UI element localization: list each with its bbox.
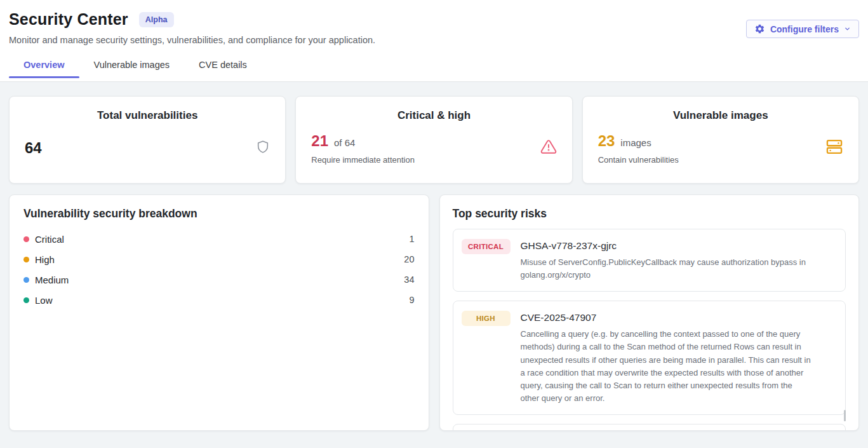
card-body: 23 images Contain vulnerabilities [598,125,843,172]
legend-row-medium: Medium 34 [23,269,415,290]
risk-body: GHSA-v778-237x-gjrc Misuse of ServerConf… [521,239,819,282]
critical-high-suffix: of 64 [334,137,355,148]
card-body: 64 [25,125,270,172]
legend-count: 1 [409,234,414,244]
risk-list: CRITICAL GHSA-v778-237x-gjrc Misuse of S… [453,229,846,431]
critical-high-subtext: Require immediate attention [311,155,415,165]
alpha-badge: Alpha [139,12,174,27]
legend-count: 9 [409,295,414,305]
page-subtitle: Monitor and manage security settings, vu… [9,35,859,45]
legend-row-high: High 20 [23,249,415,269]
panels-row: Vulnerability security breakdown Critica… [9,194,859,431]
risk-item[interactable]: HIGH CVE-2025-9086 [453,424,846,431]
card-title: Total vulnerabilities [25,109,270,122]
title-row: Security Center Alpha [9,10,859,29]
top-security-risks-panel: Top security risks CRITICAL GHSA-v778-23… [439,194,860,431]
vulnerable-images-subtext: Contain vulnerabilities [598,155,679,165]
card-title: Vulnerable images [598,109,843,122]
breakdown-legend: Critical 1 High 20 Medium 34 Low 9 [23,229,415,310]
risk-item[interactable]: HIGH CVE-2025-47907 Cancelling a query (… [453,301,846,415]
legend-count: 34 [404,275,414,285]
gear-icon [754,24,765,34]
severity-badge: CRITICAL [462,239,511,254]
shield-icon [256,139,270,157]
legend-label: Medium [35,275,69,285]
scrollbar-thumb[interactable] [844,410,846,421]
legend-count: 20 [404,254,414,264]
total-vulnerabilities-card: Total vulnerabilities 64 [9,96,286,184]
main-content: Total vulnerabilities 64 Critical & high… [0,82,868,448]
chevron-down-icon [844,25,851,32]
tab-cve-details[interactable]: CVE details [184,55,262,78]
high-dot [23,257,29,262]
server-icon [825,138,843,158]
vulnerability-breakdown-panel: Vulnerability security breakdown Critica… [9,194,429,431]
critical-high-value: 21 [311,132,328,150]
risk-item[interactable]: CRITICAL GHSA-v778-237x-gjrc Misuse of S… [453,229,846,292]
legend-label: Critical [35,234,64,245]
risk-id: GHSA-v778-237x-gjrc [521,240,813,252]
low-dot [23,297,29,303]
legend-row-low: Low 9 [23,290,415,310]
risk-description: Cancelling a query (e.g. by cancelling t… [521,328,813,405]
alert-triangle-icon [540,139,557,158]
stats-row: Total vulnerabilities 64 Critical & high… [9,96,859,184]
risk-description: Misuse of ServerConfig.PublicKeyCallback… [521,256,813,282]
legend-label: Low [35,295,53,306]
tab-overview[interactable]: Overview [9,55,79,78]
risk-id: CVE-2025-47907 [521,312,813,323]
risks-title: Top security risks [453,207,846,221]
tab-vulnerable-images[interactable]: Vulnerable images [79,55,185,78]
medium-dot [23,277,29,283]
configure-filters-label: Configure filters [770,24,839,34]
total-vulnerabilities-value: 64 [25,139,42,157]
breakdown-title: Vulnerability security breakdown [23,207,415,221]
legend-label: High [35,254,55,265]
card-body: 21 of 64 Require immediate attention [311,125,556,172]
critical-dot [23,236,29,242]
page-header: Security Center Alpha Configure filters … [0,0,868,82]
risk-body: CVE-2025-47907 Cancelling a query (e.g. … [521,311,819,405]
vulnerable-images-value: 23 [598,132,615,150]
card-title: Critical & high [311,109,556,122]
tab-bar: Overview Vulnerable images CVE details [9,55,859,78]
page-title: Security Center [9,10,128,29]
vulnerable-images-card: Vulnerable images 23 images Contain vuln… [582,96,859,184]
severity-badge: HIGH [462,311,511,326]
legend-row-critical: Critical 1 [23,229,415,249]
critical-high-card: Critical & high 21 of 64 Require immedia… [295,96,572,184]
vulnerable-images-suffix: images [620,137,651,148]
configure-filters-button[interactable]: Configure filters [746,20,859,38]
